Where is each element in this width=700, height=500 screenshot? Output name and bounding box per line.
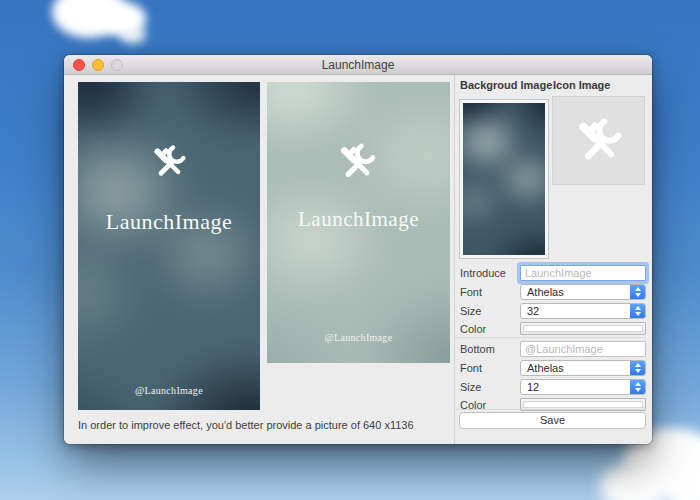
hammer-wrench-icon: [335, 140, 379, 184]
font-top-label: Font: [460, 286, 482, 298]
font-bottom-popup[interactable]: Athelas: [520, 360, 646, 376]
thumbnail-blurred-image: [463, 103, 545, 255]
traffic-lights: [73, 59, 123, 71]
minimize-icon[interactable]: [92, 59, 104, 71]
font-bottom-value: Athelas: [527, 362, 564, 374]
window-title: LaunchImage: [64, 55, 652, 75]
section-divider: [455, 337, 646, 338]
preview-title-text: LaunchImage: [267, 207, 450, 232]
color-top-well[interactable]: [520, 322, 646, 335]
app-window: LaunchImage LaunchImage @LaunchImage Lau…: [64, 55, 652, 444]
size-bottom-popup[interactable]: 12: [520, 379, 646, 395]
section-divider: [455, 409, 646, 410]
color-top-label: Color: [460, 323, 486, 335]
up-down-chevrons-icon: [630, 285, 645, 299]
launch-preview-short: LaunchImage @LaunchImage: [267, 82, 450, 363]
font-bottom-label: Font: [460, 362, 482, 374]
panel-divider: [454, 75, 455, 444]
font-top-value: Athelas: [527, 286, 564, 298]
zoom-icon[interactable]: [111, 59, 123, 71]
size-top-value: 32: [527, 305, 539, 317]
background-image-well[interactable]: [459, 99, 549, 259]
bottom-input[interactable]: [520, 341, 646, 357]
launch-preview-tall: LaunchImage @LaunchImage: [78, 82, 260, 410]
window-titlebar[interactable]: LaunchImage: [64, 55, 652, 75]
size-bottom-value: 12: [527, 381, 539, 393]
up-down-chevrons-icon: [630, 304, 645, 318]
close-icon[interactable]: [73, 59, 85, 71]
introduce-input[interactable]: [520, 265, 646, 281]
size-top-label: Size: [460, 305, 481, 317]
preview-handle-text: @LaunchImage: [267, 332, 450, 343]
status-hint-text: In order to improve effect, you'd better…: [78, 419, 414, 431]
bottom-label: Bottom: [460, 343, 495, 355]
preview-blurred-background: [78, 82, 260, 410]
up-down-chevrons-icon: [630, 361, 645, 375]
window-content: LaunchImage @LaunchImage LaunchImage @La…: [64, 75, 652, 444]
icon-image-header: Icon Image: [553, 79, 610, 91]
hammer-wrench-icon: [572, 114, 626, 168]
up-down-chevrons-icon: [630, 380, 645, 394]
size-top-popup[interactable]: 32: [520, 303, 646, 319]
font-top-popup[interactable]: Athelas: [520, 284, 646, 300]
save-button[interactable]: Save: [459, 412, 646, 429]
cloud-top-left-3: [120, 26, 146, 44]
introduce-label: Introduce: [460, 267, 506, 279]
background-image-thumbnail: [463, 103, 545, 255]
desktop-wallpaper: LaunchImage LaunchImage @LaunchImage Lau…: [0, 0, 700, 500]
hammer-wrench-icon: [149, 142, 189, 182]
color-top-swatch: [523, 325, 643, 332]
size-bottom-label: Size: [460, 381, 481, 393]
icon-image-well[interactable]: [552, 96, 645, 185]
preview-handle-text: @LaunchImage: [78, 385, 260, 396]
preview-title-text: LaunchImage: [78, 209, 260, 235]
background-image-header: Backgroud Image: [460, 79, 552, 91]
color-bottom-swatch: [523, 401, 643, 408]
